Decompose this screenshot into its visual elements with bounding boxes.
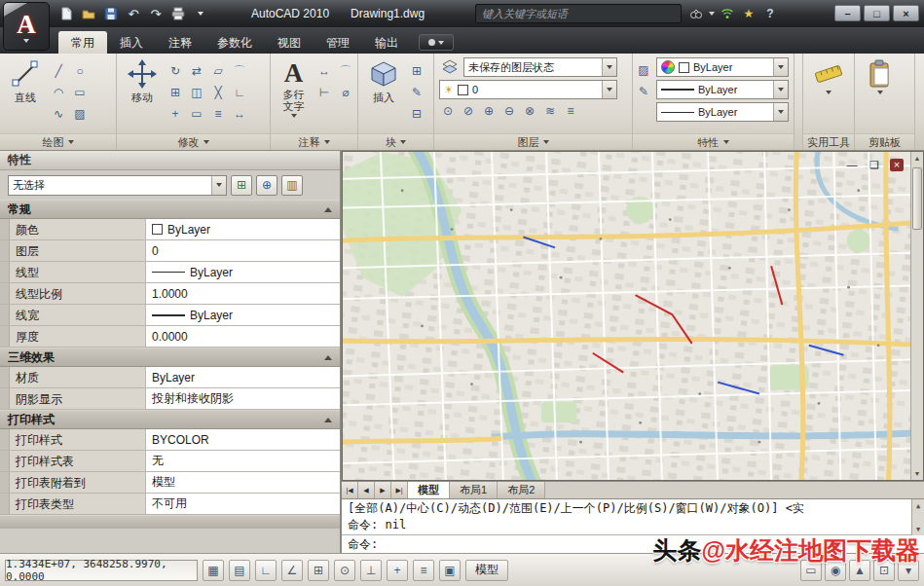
- section-general-header[interactable]: 常规: [0, 200, 340, 219]
- layer-isolate-button[interactable]: ⊙: [439, 102, 457, 120]
- model-space-button[interactable]: 模型: [465, 560, 508, 581]
- tab-home[interactable]: 常用: [58, 31, 107, 54]
- lineweight-combo[interactable]: ByLayer: [656, 80, 789, 99]
- match-properties-button[interactable]: ▨: [635, 61, 652, 79]
- help-button[interactable]: ?: [761, 5, 779, 22]
- extend-tool-button[interactable]: +: [166, 104, 185, 124]
- tab-view[interactable]: 视图: [265, 31, 314, 54]
- otrack-toggle[interactable]: ⊙: [334, 560, 355, 581]
- arc-tool-button[interactable]: ◠: [49, 83, 68, 102]
- workspace-switch-button[interactable]: ⊡: [873, 560, 895, 581]
- layer-dropdown-button[interactable]: [602, 81, 616, 98]
- layer-match-button[interactable]: ≋: [541, 102, 559, 120]
- tab-model[interactable]: 模型: [408, 482, 450, 498]
- scale-tool-button[interactable]: ▭: [187, 104, 206, 124]
- linear-dimension-button[interactable]: ↔: [314, 61, 334, 81]
- leader-button[interactable]: ⊢: [314, 83, 334, 102]
- grid-toggle[interactable]: ▤: [229, 560, 250, 581]
- annotation-visibility-button[interactable]: ▭: [800, 560, 822, 581]
- property-value[interactable]: ByLayer: [146, 367, 340, 387]
- scroll-down-arrow[interactable]: ▼: [911, 467, 923, 480]
- explode-tool-button[interactable]: ↔: [230, 104, 249, 124]
- property-value[interactable]: BYCOLOR: [146, 429, 340, 450]
- linetype-dropdown-button[interactable]: [773, 103, 788, 121]
- mtext-tool-button[interactable]: A 多行文字: [273, 57, 314, 133]
- first-layout-button[interactable]: |◀: [342, 482, 358, 498]
- dyn-toggle[interactable]: +: [387, 560, 408, 581]
- paste-button[interactable]: [857, 57, 904, 94]
- array-tool-button[interactable]: ⊞: [166, 83, 185, 102]
- ortho-toggle[interactable]: ∟: [255, 560, 277, 581]
- edit-properties-button[interactable]: ✎: [635, 83, 652, 100]
- circle-tool-button[interactable]: ○: [70, 61, 90, 81]
- command-scrollbar[interactable]: ▲ ▼: [911, 499, 924, 535]
- insert-block-button[interactable]: 插入: [360, 57, 407, 133]
- tab-output[interactable]: 输出: [362, 31, 411, 54]
- redo-button[interactable]: ↷: [146, 5, 166, 22]
- panel-block-label[interactable]: 块: [358, 133, 433, 150]
- edit-block-button[interactable]: ✎: [407, 83, 426, 102]
- application-menu-button[interactable]: A: [3, 2, 50, 51]
- trim-tool-button[interactable]: ∟: [230, 83, 249, 102]
- document-minimize-button[interactable]: —: [845, 159, 859, 171]
- new-file-button[interactable]: [56, 5, 76, 22]
- osnap-toggle[interactable]: ⊞: [308, 560, 329, 581]
- line-tool-button[interactable]: 直线: [2, 57, 49, 133]
- status-menu-button[interactable]: ▾: [898, 560, 919, 581]
- last-layout-button[interactable]: ▶|: [391, 482, 408, 498]
- block-attributes-button[interactable]: ⊟: [407, 104, 426, 124]
- plot-button[interactable]: [168, 5, 188, 22]
- undo-button[interactable]: ↶: [124, 5, 143, 22]
- previous-layout-button[interactable]: ◀: [358, 482, 375, 498]
- rectangle-tool-button[interactable]: ▭: [70, 83, 90, 102]
- layer-freeze-button[interactable]: ⊕: [480, 102, 498, 120]
- property-value[interactable]: 0.0000: [146, 326, 340, 347]
- property-value[interactable]: 模型: [146, 472, 340, 493]
- layer-combo[interactable]: ☀ 0: [439, 80, 617, 99]
- select-objects-button[interactable]: ⊕: [256, 175, 277, 196]
- panel-clipboard-label[interactable]: 剪贴板: [855, 133, 914, 150]
- tab-layout1[interactable]: 布局1: [450, 482, 498, 498]
- document-close-button[interactable]: ×: [890, 159, 904, 171]
- maximize-button[interactable]: □: [864, 5, 890, 21]
- panel-properties-label[interactable]: 特性: [633, 133, 794, 150]
- diameter-dimension-button[interactable]: ⌀: [336, 83, 355, 102]
- lineweight-dropdown-button[interactable]: [773, 81, 788, 98]
- spline-tool-button[interactable]: ∿: [49, 104, 68, 124]
- polyline-tool-button[interactable]: ╱: [49, 61, 68, 81]
- panel-layers-label[interactable]: 图层: [434, 133, 632, 150]
- panel-draw-label[interactable]: 绘图: [0, 133, 116, 150]
- layer-unisolate-button[interactable]: ⊘: [460, 102, 477, 120]
- property-value[interactable]: ByLayer: [146, 262, 340, 282]
- move-tool-button[interactable]: 移动: [119, 57, 166, 133]
- next-layout-button[interactable]: ▶: [375, 482, 391, 498]
- section-plotstyle-header[interactable]: 打印样式: [0, 410, 340, 429]
- layer-off-button[interactable]: ⊖: [500, 102, 518, 120]
- toggle-pickadd-button[interactable]: ⊞: [231, 175, 252, 196]
- qat-customize-button[interactable]: [191, 5, 210, 22]
- scroll-up-arrow[interactable]: ▲: [911, 152, 923, 165]
- ribbon-minimize-button[interactable]: [419, 34, 454, 51]
- scroll-up-arrow[interactable]: ▲: [912, 499, 924, 512]
- panel-utilities-label[interactable]: 实用工具: [803, 133, 854, 150]
- offset-tool-button[interactable]: ◫: [187, 83, 206, 102]
- rotate-tool-button[interactable]: ↻: [166, 61, 185, 81]
- panel-modify-label[interactable]: 修改: [117, 133, 270, 150]
- fillet-tool-button[interactable]: ⌒: [230, 61, 249, 81]
- layer-properties-button[interactable]: [439, 57, 461, 77]
- property-value[interactable]: 0: [146, 240, 340, 261]
- command-line-window[interactable]: [全部(A)/中心(C)/动态(D)/范围(E)/上一个(P)/比例(S)/窗口…: [342, 498, 924, 553]
- favorites-button[interactable]: ★: [740, 5, 758, 22]
- section-partial-header[interactable]: [0, 515, 340, 529]
- erase-tool-button[interactable]: ╳: [208, 83, 228, 102]
- copy-tool-button[interactable]: ▱: [208, 61, 228, 81]
- annotation-scale-button[interactable]: ▲: [849, 560, 870, 581]
- drawing-canvas[interactable]: — ❏ × ▲ ▼: [342, 151, 924, 481]
- tab-layout2[interactable]: 布局2: [498, 482, 545, 498]
- property-value[interactable]: 1.0000: [146, 283, 340, 304]
- communication-center-button[interactable]: [719, 5, 736, 22]
- scrollbar-thumb[interactable]: [912, 167, 922, 230]
- info-center-search[interactable]: [475, 4, 682, 23]
- document-restore-button[interactable]: ❏: [868, 159, 881, 171]
- tab-manage[interactable]: 管理: [314, 31, 362, 54]
